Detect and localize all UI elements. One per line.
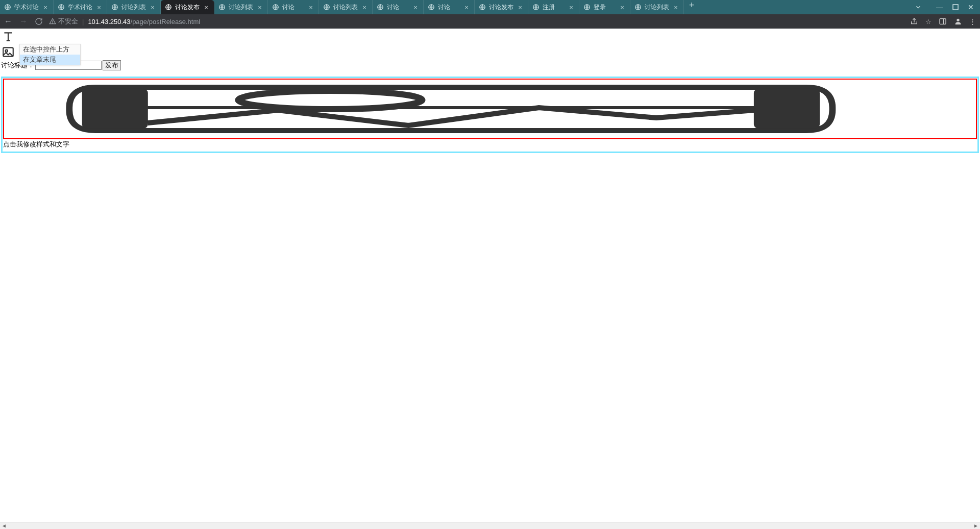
globe-icon	[111, 4, 118, 11]
dropdown-option-end[interactable]: 在文章末尾	[20, 55, 80, 65]
insecure-badge: 不安全	[49, 17, 78, 26]
page-content: 在选中控件上方 在文章末尾 讨论标题： 发布	[0, 29, 980, 522]
tab-register[interactable]: 注册 ×	[528, 0, 579, 14]
tab-discussion-2[interactable]: 讨论 ×	[373, 0, 424, 14]
close-icon[interactable]: ×	[149, 4, 156, 11]
side-panel-icon[interactable]	[939, 17, 947, 26]
tab-discussion-list-4[interactable]: 讨论列表 ×	[630, 0, 684, 14]
globe-icon	[165, 4, 172, 11]
svg-rect-16	[940, 19, 946, 24]
publish-button[interactable]: 发布	[103, 60, 121, 70]
tab-title: 讨论发布	[175, 3, 200, 12]
close-window-icon[interactable]: ✕	[968, 3, 974, 11]
svg-point-15	[53, 23, 53, 23]
browser-tab-strip: 学术讨论 × 学术讨论 × 讨论列表 × 讨论发布 × 讨论列表 × 讨论 ×	[0, 0, 980, 14]
url-path: /page/postRelease.html	[131, 18, 201, 26]
globe-icon	[377, 4, 384, 11]
tab-title: 注册	[543, 3, 565, 12]
close-icon[interactable]: ×	[256, 4, 263, 11]
svg-point-20	[6, 50, 8, 52]
star-icon[interactable]: ☆	[925, 18, 932, 26]
tab-title: 讨论列表	[229, 3, 253, 12]
tab-title: 学术讨论	[68, 3, 92, 12]
window-controls: — ✕	[909, 3, 980, 11]
globe-icon	[634, 4, 642, 11]
close-icon[interactable]: ×	[42, 4, 49, 11]
insert-position-dropdown[interactable]: 在选中控件上方 在文章末尾	[19, 44, 81, 65]
close-icon[interactable]: ×	[517, 4, 524, 11]
close-icon[interactable]: ×	[412, 4, 419, 11]
nav-buttons: ← →	[4, 17, 43, 26]
selected-block[interactable]: 点击我修改样式和文字	[1, 77, 979, 153]
globe-icon	[479, 4, 486, 11]
svg-rect-13	[953, 5, 958, 10]
close-icon[interactable]: ×	[463, 4, 470, 11]
new-tab-button[interactable]: +	[684, 0, 700, 14]
tab-discussion-3[interactable]: 讨论 ×	[424, 0, 475, 14]
dropdown-option-above[interactable]: 在选中控件上方	[20, 44, 80, 55]
close-icon[interactable]: ×	[95, 4, 103, 11]
tab-post-release[interactable]: 讨论发布 ×	[161, 0, 214, 14]
maximize-icon[interactable]	[952, 4, 959, 10]
tab-login[interactable]: 登录 ×	[579, 0, 630, 14]
text-tool-button[interactable]	[1, 30, 15, 44]
tab-post-release-2[interactable]: 讨论发布 ×	[475, 0, 528, 14]
toolbar-right-icons: ☆ ⋮	[910, 17, 976, 26]
globe-icon	[583, 4, 591, 11]
svg-point-18	[957, 19, 959, 21]
close-icon[interactable]: ×	[672, 4, 679, 11]
url-host: 101.43.250.43	[88, 18, 130, 26]
tab-title: 讨论	[387, 3, 409, 12]
tab-discussion-list-1[interactable]: 讨论列表 ×	[107, 0, 161, 14]
tab-discussion-list-3[interactable]: 讨论列表 ×	[319, 0, 373, 14]
globe-icon	[428, 4, 435, 11]
close-icon[interactable]: ×	[568, 4, 575, 11]
insecure-label: 不安全	[58, 17, 78, 26]
tab-title: 讨论列表	[333, 3, 358, 12]
editable-text-block[interactable]: 点击我修改样式和文字	[3, 139, 977, 151]
share-icon[interactable]	[910, 17, 918, 26]
svg-rect-22	[754, 89, 820, 129]
back-icon[interactable]: ←	[4, 17, 12, 26]
globe-icon	[58, 4, 65, 11]
globe-icon	[272, 4, 279, 11]
tab-title: 登录	[594, 3, 616, 12]
tab-title: 讨论列表	[645, 3, 669, 12]
close-icon[interactable]: ×	[307, 4, 314, 11]
forward-icon[interactable]: →	[19, 17, 28, 26]
tab-title: 讨论	[282, 3, 304, 12]
tab-title: 讨论发布	[489, 3, 513, 12]
tab-academic-discussion-2[interactable]: 学术讨论 ×	[54, 0, 107, 14]
tab-discussion-list-2[interactable]: 讨论列表 ×	[214, 0, 268, 14]
tab-discussion-1[interactable]: 讨论 ×	[268, 0, 319, 14]
chevron-down-icon[interactable]	[915, 4, 922, 11]
address-bar: ← → 不安全 | 101.43.250.43/page/postRelease…	[0, 14, 980, 29]
globe-icon	[218, 4, 226, 11]
tabs-container: 学术讨论 × 学术讨论 × 讨论列表 × 讨论发布 × 讨论列表 × 讨论 ×	[0, 0, 909, 14]
url-box[interactable]: 不安全 | 101.43.250.43/page/postRelease.htm…	[49, 17, 904, 26]
globe-icon	[4, 4, 11, 11]
url-divider: |	[82, 18, 84, 26]
editor-area: 点击我修改样式和文字	[1, 77, 979, 153]
image-tool-button[interactable]	[1, 45, 15, 59]
close-icon[interactable]: ×	[361, 4, 368, 11]
close-icon[interactable]: ×	[203, 4, 210, 11]
profile-icon[interactable]	[954, 17, 962, 26]
image-placeholder-block[interactable]	[3, 79, 977, 139]
kebab-menu-icon[interactable]: ⋮	[969, 18, 976, 26]
tab-title: 学术讨论	[14, 3, 39, 12]
tab-title: 讨论列表	[121, 3, 146, 12]
close-icon[interactable]: ×	[619, 4, 626, 11]
globe-icon	[323, 4, 330, 11]
tab-title: 讨论	[438, 3, 460, 12]
minimize-icon[interactable]: —	[936, 3, 943, 11]
tab-academic-discussion-1[interactable]: 学术讨论 ×	[0, 0, 54, 14]
reload-icon[interactable]	[35, 17, 43, 26]
globe-icon	[532, 4, 540, 11]
svg-rect-21	[82, 89, 148, 129]
